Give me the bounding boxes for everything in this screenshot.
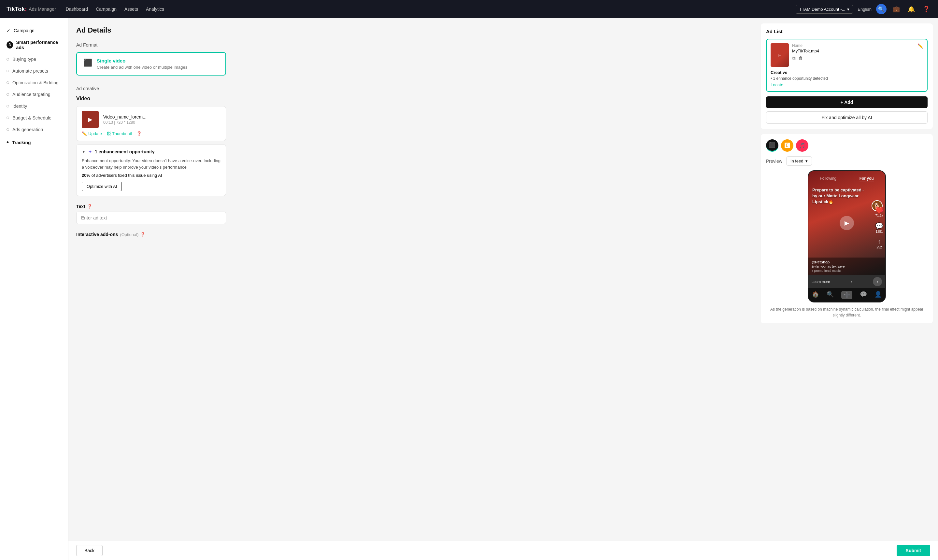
edit-icon[interactable]: ✏️ (918, 43, 923, 49)
home-nav-icon[interactable]: 🏠 (812, 291, 819, 299)
app-logo: TikTok: Ads Manager (6, 6, 56, 13)
nav-assets[interactable]: Assets (125, 6, 138, 12)
discover-nav-icon[interactable]: 🔍 (827, 291, 834, 299)
play-button[interactable]: ▶ (839, 216, 854, 230)
search-button[interactable]: 🔍 (876, 4, 887, 14)
sidebar-item-optimization-bidding[interactable]: Optimization & Bidding (0, 77, 68, 89)
ad-username: @PetShop (812, 260, 882, 264)
update-link[interactable]: ✏️ Update (82, 131, 102, 136)
sidebar-item-label: Optimization & Bidding (12, 80, 59, 85)
enhancement-description: Enhancement opportunity: Your video does… (82, 158, 220, 170)
video-actions: ✏️ Update 🖼 Thumbnail ❓ (82, 131, 220, 136)
preview-label: Preview (766, 158, 782, 164)
top-navigation: TikTok: Ads Manager Dashboard Campaign A… (0, 0, 938, 18)
language-selector[interactable]: English (858, 7, 872, 12)
sidebar: ✓ Campaign 3 Smart performance ads Buyin… (0, 18, 68, 560)
learn-more-bar[interactable]: Learn more › ♪ (809, 275, 885, 288)
text-help-icon[interactable]: ❓ (87, 204, 92, 209)
nav-analytics[interactable]: Analytics (146, 6, 164, 12)
bottom-bar: Back Submit (68, 541, 938, 560)
sidebar-item-label: Budget & Schedule (12, 115, 51, 120)
format-info: Single video Create and ad with one vide… (97, 58, 187, 70)
sidebar-item-identity[interactable]: Identity (0, 100, 68, 112)
phone-mockup: Following For you Prepare to be captivat… (808, 170, 886, 303)
sidebar-item-label: Ads generation (12, 127, 43, 132)
ad-card-info: Name MyTikTok.mp4 ✏️ ⧉ 🗑 (792, 43, 923, 61)
share-icon: ↑ (876, 238, 882, 246)
video-row: ▶ Video_name_lorem... 00:13 | 720 * 1280… (76, 106, 226, 141)
comment-icon: 💬 (875, 222, 883, 230)
ad-name: MyTikTok.mp4 (792, 49, 819, 53)
briefcase-button[interactable]: 💼 (891, 4, 901, 14)
ad-card-actions: ⧉ 🗑 (792, 55, 923, 61)
sidebar-item-audience-targeting[interactable]: Audience targeting (0, 89, 68, 100)
sidebar-item-ads-generation[interactable]: Ads generation (0, 124, 68, 135)
red-platform-icon[interactable]: 🎵 (796, 139, 809, 152)
following-tab[interactable]: Following (820, 176, 836, 182)
sidebar-item-automate-presets[interactable]: Automate presets (0, 65, 68, 77)
enhancement-title: 1 enhancement opportunity (95, 149, 155, 154)
like-action[interactable]: ❤️ 71.1k (875, 206, 883, 217)
ad-creative-info: Creative 1 enhance opportunity detected … (770, 70, 923, 87)
heart-icon: ❤️ (875, 206, 883, 214)
back-button[interactable]: Back (76, 545, 103, 556)
sidebar-item-label: Audience targeting (12, 92, 51, 97)
sidebar-item-label: Campaign (14, 28, 34, 33)
sidebar-item-budget-schedule[interactable]: Budget & Schedule (0, 112, 68, 124)
ad-text-display: Enter your ad text here (812, 265, 882, 268)
nav-dashboard[interactable]: Dashboard (66, 6, 88, 12)
share-count: 252 (876, 246, 882, 249)
addons-help-icon[interactable]: ❓ (140, 232, 145, 237)
main-content: Ad Details Ad Format ⬛ Single video Crea… (68, 18, 756, 560)
step-number: 3 (6, 42, 13, 49)
locate-link[interactable]: Locate (770, 82, 783, 87)
nav-links: Dashboard Campaign Assets Analytics (66, 6, 786, 12)
inbox-nav-icon[interactable]: 💬 (860, 291, 867, 299)
enhancement-header[interactable]: ▼ ✦ 1 enhancement opportunity (82, 149, 220, 154)
format-title: Single video (97, 58, 187, 63)
notification-bell[interactable]: 🔔 (906, 4, 916, 14)
video-details: Video_name_lorem... 00:13 | 720 * 1280 (103, 114, 146, 125)
delete-icon[interactable]: 🗑 (798, 55, 803, 61)
video-info: ▶ Video_name_lorem... 00:13 | 720 * 1280 (82, 111, 220, 128)
comment-action[interactable]: 💬 1281 (875, 222, 883, 234)
profile-nav-icon[interactable]: 👤 (875, 291, 882, 299)
video-meta: 00:13 | 720 * 1280 (103, 120, 146, 125)
text-label: Text ❓ (76, 204, 226, 209)
for-you-tab[interactable]: For you (859, 176, 874, 182)
phone-tabs: Following For you (809, 174, 885, 184)
right-panel: Ad List ▶ Name MyTikTok.mp4 (756, 18, 938, 560)
buzz-platform-icon[interactable]: 🅱 (781, 139, 793, 152)
single-video-format-card[interactable]: ⬛ Single video Create and ad with one vi… (76, 52, 226, 75)
dot-icon (6, 117, 9, 119)
sidebar-item-tracking[interactable]: • Tracking (0, 135, 68, 149)
enhancement-box: ▼ ✦ 1 enhancement opportunity Enhancemen… (76, 144, 226, 196)
nav-campaign[interactable]: Campaign (96, 6, 117, 12)
preview-dropdown[interactable]: In feed ▾ (786, 156, 812, 166)
sidebar-item-campaign[interactable]: ✓ Campaign (0, 25, 68, 37)
share-action[interactable]: ↑ 252 (876, 238, 882, 249)
optimize-with-ai-button[interactable]: Optimize with AI (82, 182, 122, 191)
page-title: Ad Details (76, 26, 748, 34)
fix-optimize-ai-button[interactable]: Fix and optimize all by AI (766, 111, 927, 124)
dot-icon (6, 105, 9, 108)
submit-button[interactable]: Submit (896, 545, 930, 556)
phone-screen: Following For you Prepare to be captivat… (809, 171, 885, 302)
learn-more-text: Learn more (812, 280, 830, 283)
sidebar-item-label: Buying type (12, 57, 36, 62)
tiktok-platform-icon[interactable]: ⬛ (766, 139, 778, 152)
thumbnail-link[interactable]: 🖼 Thumbnail (106, 131, 132, 136)
sidebar-item-smart-performance[interactable]: 3 Smart performance ads (0, 37, 68, 53)
logo-ads-manager: Ads Manager (29, 6, 56, 12)
add-nav-icon[interactable]: ➕ (841, 291, 852, 299)
sidebar-item-buying-type[interactable]: Buying type (0, 53, 68, 65)
help-button[interactable]: ❓ (921, 4, 932, 14)
account-selector[interactable]: TTAM Demo Account -... ▾ (796, 5, 853, 14)
preview-note: As the generation is based on machine dy… (766, 306, 927, 318)
ad-format-label: Ad Format (76, 42, 748, 48)
dot-icon (6, 93, 9, 96)
ad-name-label: Name (792, 43, 819, 48)
copy-icon[interactable]: ⧉ (792, 55, 796, 61)
ad-text-input[interactable] (76, 212, 226, 224)
add-button[interactable]: + Add (766, 96, 927, 108)
